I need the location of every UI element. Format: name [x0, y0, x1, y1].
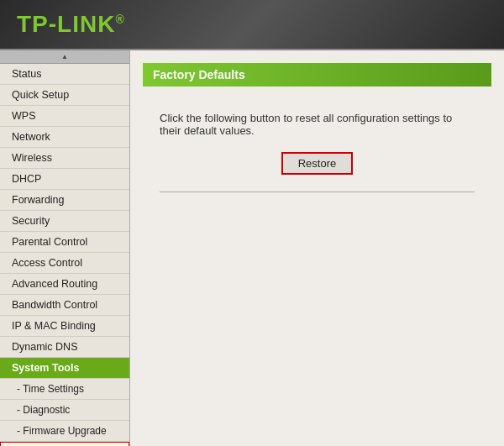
sidebar-item-wps[interactable]: WPS	[0, 106, 129, 127]
nav-list: StatusQuick SetupWPSNetworkWirelessDHCPF…	[0, 64, 129, 446]
sidebar-item-firmware-upgrade[interactable]: - Firmware Upgrade	[0, 421, 129, 442]
sidebar-item-time-settings[interactable]: - Time Settings	[0, 379, 129, 400]
description-text: Click the following button to reset all …	[160, 112, 475, 137]
sidebar-item-quick-setup[interactable]: Quick Setup	[0, 85, 129, 106]
divider	[160, 192, 475, 192]
sidebar-item-status[interactable]: Status	[0, 64, 129, 85]
sidebar-item-advanced-routing[interactable]: Advanced Routing	[0, 274, 129, 295]
restore-button-container: Restore	[160, 152, 475, 175]
content-area: Factory Defaults Click the following but…	[130, 50, 504, 446]
sidebar-item-ip-mac-binding[interactable]: IP & MAC Binding	[0, 316, 129, 337]
sidebar-item-dynamic-dns[interactable]: Dynamic DNS	[0, 337, 129, 358]
sidebar-item-factory-defaults[interactable]: - Factory Defaults	[0, 442, 129, 446]
sidebar-item-access-control[interactable]: Access Control	[0, 253, 129, 274]
sidebar-item-diagnostic[interactable]: - Diagnostic	[0, 400, 129, 421]
sidebar-item-forwarding[interactable]: Forwarding	[0, 190, 129, 211]
main-layout: ▲ StatusQuick SetupWPSNetworkWirelessDHC…	[0, 50, 504, 446]
sidebar-item-bandwidth-control[interactable]: Bandwidth Control	[0, 295, 129, 316]
sidebar-item-system-tools[interactable]: System Tools	[0, 358, 129, 379]
logo: TP-LINK®	[17, 11, 125, 38]
section-title: Factory Defaults	[143, 63, 491, 87]
content-body: Click the following button to reset all …	[143, 103, 491, 209]
header: TP-LINK®	[0, 0, 504, 50]
sidebar-item-parental-control[interactable]: Parental Control	[0, 232, 129, 253]
sidebar-item-dhcp[interactable]: DHCP	[0, 169, 129, 190]
sidebar-item-network[interactable]: Network	[0, 127, 129, 148]
scroll-up-indicator[interactable]: ▲	[0, 50, 129, 64]
scroll-up-arrow: ▲	[61, 53, 68, 60]
sidebar: ▲ StatusQuick SetupWPSNetworkWirelessDHC…	[0, 50, 130, 446]
logo-registered: ®	[115, 13, 124, 26]
sidebar-item-wireless[interactable]: Wireless	[0, 148, 129, 169]
sidebar-item-security[interactable]: Security	[0, 211, 129, 232]
restore-button[interactable]: Restore	[281, 152, 354, 175]
